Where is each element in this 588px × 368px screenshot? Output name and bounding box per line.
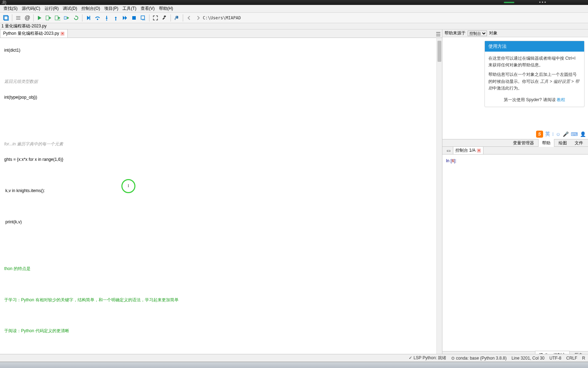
tab-file[interactable]: 文件: [571, 139, 587, 147]
editor-tab-label: Python 量化编程基础-2023.py: [3, 31, 59, 37]
status-eol: CRLF: [566, 356, 577, 361]
main-area: Python 量化编程基础-2023.py ✕ ☰ int(dict1) 返回元…: [0, 29, 588, 359]
title-text: .8): [1, 0, 6, 5]
editor-scrollbar[interactable]: [436, 38, 442, 359]
tutorial-link[interactable]: 教程: [557, 97, 565, 102]
svg-point-22: [115, 19, 116, 20]
ime-dots-icon[interactable]: ⁝: [552, 131, 554, 137]
help-source-select[interactable]: 控制台: [468, 31, 487, 36]
ipython-console[interactable]: In [6]:: [442, 155, 588, 351]
tab-plot[interactable]: 绘图: [555, 139, 570, 147]
continue-icon[interactable]: [121, 14, 129, 22]
menu-project[interactable]: 项目(P): [102, 5, 120, 12]
svg-marker-12: [67, 17, 69, 19]
stop-icon[interactable]: [130, 14, 138, 22]
help-first-use: 第一次使用 Spyder? 请阅读 教程: [488, 97, 581, 103]
rerun-icon[interactable]: [72, 14, 80, 22]
ime-mic-icon[interactable]: 🎤: [563, 131, 569, 137]
right-pane: 帮助来源于 控制台 对象 使用方法 在这里你可以通过在编辑器或者终端中按 Ctr…: [442, 29, 588, 359]
title-dots: • • •: [539, 0, 546, 5]
at-icon[interactable]: @: [23, 14, 32, 22]
menu-debug[interactable]: 调试(D): [61, 5, 79, 12]
svg-marker-21: [115, 17, 117, 18]
editor-tab-bar: Python 量化编程基础-2023.py ✕ ☰: [0, 29, 442, 38]
console-prompt: In [6]:: [446, 158, 456, 163]
tab-vars[interactable]: 变量管理器: [509, 139, 537, 147]
title-progress: [504, 2, 514, 3]
save-all-icon[interactable]: [2, 14, 10, 22]
help-card: 使用方法 在这里你可以通过在编辑器或者终端中按 Ctrl+I 来获得任何对象的帮…: [485, 41, 584, 107]
editor-pane: Python 量化编程基础-2023.py ✕ ☰ int(dict1) 返回元…: [0, 29, 442, 359]
svg-marker-18: [106, 18, 108, 19]
menu-help[interactable]: 帮助(H): [157, 5, 175, 12]
svg-rect-11: [64, 17, 66, 19]
svg-marker-13: [75, 15, 77, 17]
svg-marker-24: [125, 16, 127, 20]
wrench-icon[interactable]: [160, 14, 169, 22]
ime-face-icon[interactable]: ☺: [556, 131, 561, 137]
svg-marker-5: [38, 16, 41, 20]
help-source-label: 帮助来源于: [445, 30, 466, 36]
status-encoding: UTF-8: [549, 356, 561, 361]
ime-user-icon[interactable]: 👤: [580, 131, 586, 137]
toolbar: @ C:\Users\MIAPAD: [0, 13, 588, 23]
menu-run[interactable]: 运行(R): [42, 5, 61, 12]
breadcrumb: 1 量化编程基础-2023.py: [0, 23, 588, 29]
step-out-icon[interactable]: [112, 14, 120, 22]
back-icon[interactable]: [185, 14, 193, 22]
menu-bar: 查找(S) 源代码(C) 运行(R) 调试(D) 控制台(O) 项目(P) 工具…: [0, 5, 588, 13]
console-menu-icon[interactable]: ▭: [444, 146, 453, 155]
svg-marker-9: [58, 17, 60, 19]
sogou-icon[interactable]: S: [536, 131, 543, 138]
status-bar: ✓ LSP Python: 就绪 ⊙ conda: base (Python 3…: [0, 354, 588, 362]
code-editor[interactable]: int(dict1) 返回元组类型数据 int(type(pop_obj)) f…: [0, 38, 442, 359]
svg-point-28: [176, 16, 176, 17]
run-cell-icon[interactable]: [45, 14, 53, 22]
breadcrumb-text: 1 量化编程基础-2023.py: [1, 23, 47, 29]
console-tab[interactable]: 控制台 1/A ✕: [453, 146, 483, 155]
close-icon[interactable]: ✕: [60, 32, 65, 36]
close-icon[interactable]: ✕: [477, 149, 481, 153]
debug-icon[interactable]: [84, 14, 93, 22]
menu-find[interactable]: 查找(S): [1, 5, 20, 12]
svg-rect-25: [132, 16, 136, 20]
editor-tab[interactable]: Python 量化编程基础-2023.py ✕: [0, 29, 68, 38]
svg-point-19: [106, 19, 107, 20]
menu-tools[interactable]: 工具(T): [120, 5, 138, 12]
working-dir-path: C:\Users\MIAPAD: [203, 15, 241, 20]
run-icon[interactable]: [35, 14, 44, 22]
help-object-label: 对象: [489, 30, 497, 36]
debug-stop-icon[interactable]: [139, 14, 147, 22]
ime-toolbar[interactable]: S 英 ⁝ ☺ 🎤 ⌨ 👤: [536, 131, 586, 138]
svg-rect-26: [141, 16, 145, 19]
status-rw: R: [582, 356, 585, 361]
help-body: 使用方法 在这里你可以通过在编辑器或者终端中按 Ctrl+I 来获得任何对象的帮…: [442, 37, 588, 139]
svg-marker-7: [49, 17, 51, 19]
console-tabs: ▭ 控制台 1/A ✕: [442, 147, 588, 155]
menu-console[interactable]: 控制台(O): [79, 5, 102, 12]
status-conda: ⊙ conda: base (Python 3.8.8): [451, 356, 506, 361]
forward-icon[interactable]: [194, 14, 202, 22]
run-selection-icon[interactable]: [63, 14, 71, 22]
ime-keyboard-icon[interactable]: ⌨: [571, 131, 578, 137]
status-lsp: ✓ LSP Python: 就绪: [409, 355, 446, 361]
bullet-icon[interactable]: [14, 14, 22, 22]
step-over-icon[interactable]: [93, 14, 102, 22]
svg-point-16: [97, 19, 98, 20]
maximize-icon[interactable]: [151, 14, 160, 22]
help-p2: 帮助信息可以在一个对象之后加上一个左圆括号的时候自动显示。你可以在 工具 > 偏…: [488, 71, 581, 92]
svg-rect-6: [46, 16, 49, 20]
status-line-col: Line 3201, Col 30: [512, 356, 544, 361]
svg-marker-23: [123, 16, 125, 20]
os-taskbar[interactable]: [0, 362, 588, 368]
menu-view[interactable]: 查看(V): [139, 5, 157, 12]
menu-source[interactable]: 源代码(C): [20, 5, 42, 12]
step-in-icon[interactable]: [102, 14, 111, 22]
hamburger-icon[interactable]: ☰: [436, 31, 441, 38]
ime-lang[interactable]: 英: [545, 131, 550, 137]
tab-help[interactable]: 帮助: [538, 139, 554, 147]
help-tabs: 变量管理器 帮助 绘图 文件: [442, 139, 588, 147]
pythonpath-icon[interactable]: [173, 14, 181, 22]
help-p1: 在这里你可以通过在编辑器或者终端中按 Ctrl+I 来获得任何对象的帮助信息。: [488, 55, 581, 68]
run-cell-advance-icon[interactable]: [54, 14, 62, 22]
